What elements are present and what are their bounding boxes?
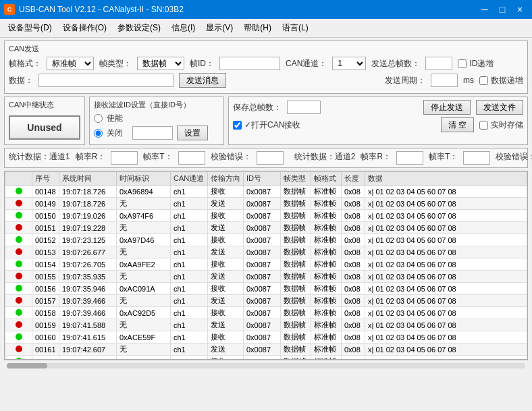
- ch2-frame-t-input[interactable]: 0: [463, 151, 490, 165]
- row-data: x| 01 02 03 04 05 60 07 08: [365, 234, 527, 246]
- clear-button[interactable]: 清 空: [441, 117, 474, 132]
- row-channel: ch1: [171, 186, 208, 198]
- col-time-id: 时间标识: [117, 172, 171, 186]
- can-send-row2: 数据： 01 02 03 04 05 06 07 08 发送消息 发送周期： 1…: [9, 73, 523, 88]
- send-file-button[interactable]: 发送文件: [476, 100, 523, 115]
- data-input[interactable]: 01 02 03 04 05 06 07 08: [38, 74, 174, 87]
- row-direction: 发送: [208, 295, 244, 307]
- row-frame-type: 数据帧: [281, 222, 311, 234]
- minimize-button[interactable]: ─: [477, 3, 493, 16]
- row-length: 0x08: [342, 246, 365, 258]
- col-id-num: ID号: [244, 172, 281, 186]
- menu-language[interactable]: 语言(L): [277, 20, 314, 36]
- row-sys-time: 19:07:39.466: [59, 307, 117, 319]
- id-incr-checkbox[interactable]: [458, 59, 467, 68]
- filter-enable-radio[interactable]: [94, 114, 103, 123]
- unused-button[interactable]: Unused: [9, 115, 80, 140]
- window-controls[interactable]: ─ □ ×: [477, 3, 528, 16]
- row-frame-format: 标准帧: [311, 331, 342, 344]
- menu-info[interactable]: 信息(I): [166, 20, 201, 36]
- row-time-id: 0xA97D46: [117, 234, 171, 246]
- table-row[interactable]: 00160 19:07:41.615 0xACE59F ch1 接收 0x008…: [5, 331, 527, 344]
- data-table-container[interactable]: 序号 系统时间 时间标识 CAN通道 传输方向 ID号 帧类型 帧格式 长度 数…: [4, 171, 528, 360]
- table-row[interactable]: 00154 19:07:26.705 0xAA9FE2 ch1 接收 0x008…: [5, 258, 527, 271]
- row-channel: ch1: [171, 344, 208, 356]
- table-row[interactable]: 00148 19:07:18.726 0xA96894 ch1 接收 0x008…: [5, 186, 527, 198]
- row-status-dot: [5, 283, 32, 295]
- table-row[interactable]: 00161 19:07:42.607 无 ch1 发送 0x0087 数据帧 标…: [5, 344, 527, 356]
- row-frame-type: 数据帧: [281, 331, 311, 344]
- send-msg-button[interactable]: 发送消息: [179, 73, 226, 88]
- save-frames-label: 保存总帧数：: [233, 102, 282, 113]
- row-sys-time: 19:07:18.726: [59, 186, 117, 198]
- data-incr-checkbox-row: 数据递增: [479, 75, 523, 86]
- scrollbar-track[interactable]: [7, 363, 525, 368]
- send-period-input[interactable]: 10: [431, 74, 458, 87]
- table-row[interactable]: 00159 19:07:41.588 无 ch1 发送 0x0087 数据帧 标…: [5, 319, 527, 331]
- row-sys-time: 19:07:26.705: [59, 258, 117, 271]
- frame-id-input[interactable]: 00 00 00 87: [219, 57, 280, 70]
- table-row[interactable]: 00153 19:07:26.677 无 ch1 发送 0x0087 数据帧 标…: [5, 246, 527, 258]
- filter-enable-row: 使能: [94, 113, 219, 124]
- can-send-section: CAN发送 帧格式： 标准帧 扩展帧 帧类型： 数据帧 远程帧 帧ID： 00 …: [4, 40, 528, 94]
- maximize-button[interactable]: □: [494, 3, 510, 16]
- row-frame-type: 数据帧: [281, 234, 311, 246]
- row-sys-time: 19:07:41.615: [59, 331, 117, 344]
- row-channel: ch1: [171, 271, 208, 283]
- row-frame-format: 标准帧: [311, 295, 342, 307]
- row-length: 0x08: [342, 307, 365, 319]
- open-can-checkbox[interactable]: [233, 121, 242, 130]
- table-row[interactable]: 00152 19:07:23.125 0xA97D46 ch1 接收 0x008…: [5, 234, 527, 246]
- row-status-dot: [5, 331, 32, 344]
- row-status-dot: [5, 198, 32, 210]
- row-time-id: 0xAC091A: [117, 283, 171, 295]
- menu-device-ops[interactable]: 设备操作(O): [57, 20, 112, 36]
- row-frame-format: 标准帧: [311, 210, 342, 222]
- table-row[interactable]: 00151 19:07:19.228 无 ch1 发送 0x0087 数据帧 标…: [5, 222, 527, 234]
- filter-section: 接收滤波ID设置（直接ID号） 使能 关闭 01 02 设置: [89, 97, 224, 145]
- row-id-num: 0x0087: [244, 246, 281, 258]
- filter-close-radio[interactable]: [94, 129, 103, 138]
- table-row[interactable]: 00155 19:07:35.935 无 ch1 发送 0x0087 数据帧 标…: [5, 271, 527, 283]
- menu-device-type[interactable]: 设备型号(D): [3, 20, 57, 36]
- stop-send-button[interactable]: 停止发送: [423, 100, 471, 115]
- row-time-id: 0xAC92D5: [117, 307, 171, 319]
- row-sys-time: 19:07:39.466: [59, 295, 117, 307]
- row-frame-format: 标准帧: [311, 186, 342, 198]
- filter-set-button[interactable]: 设置: [177, 126, 208, 140]
- ch1-check-err-input[interactable]: 0: [257, 151, 284, 165]
- close-button[interactable]: ×: [512, 3, 528, 16]
- row-id: 00161: [32, 344, 59, 356]
- frame-format-select[interactable]: 标准帧 扩展帧: [47, 57, 94, 70]
- menu-params[interactable]: 参数设定(S): [112, 20, 166, 36]
- table-row[interactable]: 00156 19:07:35.946 0xAC091A ch1 接收 0x008…: [5, 283, 527, 295]
- table-row[interactable]: 00158 19:07:39.466 0xAC92D5 ch1 接收 0x008…: [5, 307, 527, 319]
- table-row[interactable]: 00157 19:07:39.466 无 ch1 发送 0x0087 数据帧 标…: [5, 295, 527, 307]
- col-seq: [5, 172, 32, 186]
- row-data: x| 01 02 03 04 05 06 07 08: [365, 331, 527, 344]
- row-status-dot: [5, 344, 32, 356]
- ch2-frame-r-input[interactable]: 0: [396, 151, 423, 165]
- data-label: 数据：: [9, 75, 33, 86]
- table-row[interactable]: 00149 19:07:18.726 无 ch1 发送 0x0087 数据帧 标…: [5, 198, 527, 210]
- row-id-num: 0x0087: [244, 331, 281, 344]
- menu-display[interactable]: 显示(V): [201, 20, 238, 36]
- row-channel: ch1: [171, 331, 208, 344]
- total-send-input[interactable]: 1: [425, 57, 452, 70]
- row-id: 00158: [32, 307, 59, 319]
- ch1-frame-r-input[interactable]: 0: [111, 151, 138, 165]
- menu-help[interactable]: 帮助(H): [238, 20, 277, 36]
- frame-type-select[interactable]: 数据帧 远程帧: [137, 57, 184, 70]
- scrollbar-thumb[interactable]: [7, 363, 47, 368]
- table-row[interactable]: 00150 19:07:19.026 0xA974F6 ch1 接收 0x008…: [5, 210, 527, 222]
- row-channel: ch1: [171, 258, 208, 271]
- data-incr-checkbox[interactable]: [479, 76, 488, 85]
- send-period-label: 发送周期：: [385, 75, 425, 86]
- total-send-label: 发送总帧数：: [371, 58, 420, 70]
- save-frames-input[interactable]: 0: [287, 101, 321, 114]
- channel-select[interactable]: 1 2: [332, 57, 366, 70]
- realtime-save-checkbox[interactable]: [479, 121, 488, 130]
- horizontal-scrollbar[interactable]: [4, 360, 528, 371]
- filter-id-input[interactable]: 01 02: [132, 126, 173, 140]
- ch1-frame-t-input[interactable]: 0: [178, 151, 205, 165]
